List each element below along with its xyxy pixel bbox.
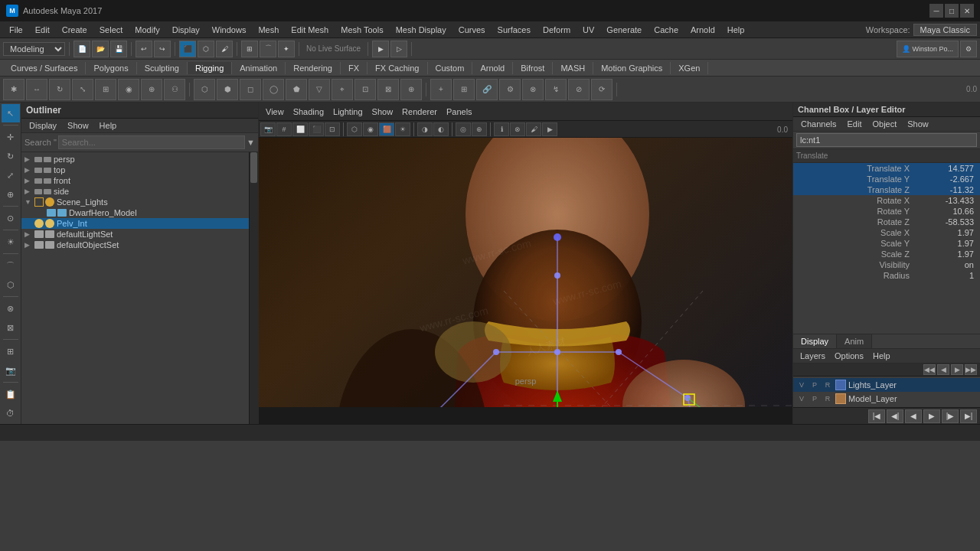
vi-smooth-shade-btn[interactable]: ◉	[363, 122, 378, 136]
outliner-menu-show[interactable]: Show	[63, 120, 93, 131]
vp-view-menu[interactable]: View	[262, 106, 288, 117]
workspace-dropdown[interactable]: Maya Classic	[913, 24, 977, 36]
vt-timeline-btn[interactable]: ⏱	[2, 404, 20, 422]
vt-curve-btn[interactable]: ⌒	[2, 256, 20, 275]
vi-wireframe-btn[interactable]: ⬡	[347, 122, 362, 136]
tree-item-dwarf-hero[interactable]: DwarfHero_Model	[21, 207, 249, 218]
vt-move-btn[interactable]: ✛	[2, 128, 20, 146]
vi-resolution-btn[interactable]: ⊡	[325, 122, 340, 136]
shelf-icon-21[interactable]: 🔗	[476, 79, 498, 100]
shelf-icon-23[interactable]: ⊗	[522, 79, 544, 100]
menu-uv[interactable]: UV	[577, 24, 600, 36]
shelf-icon-3[interactable]: ↻	[49, 79, 70, 100]
menu-edit[interactable]: Edit	[29, 24, 56, 36]
layer-p-lights[interactable]: P	[809, 380, 820, 390]
vt-ik-btn[interactable]: ⊠	[2, 318, 20, 337]
tab-xgen[interactable]: XGen	[671, 62, 708, 74]
menu-mesh[interactable]: Mesh	[252, 24, 285, 36]
render-btn[interactable]: ▶	[372, 41, 389, 57]
shelf-icon-25[interactable]: ⊘	[568, 79, 590, 100]
tab-bifrost[interactable]: Bifrost	[513, 62, 553, 74]
vp-show-menu[interactable]: Show	[368, 106, 397, 117]
ch-menu-object[interactable]: Object	[867, 119, 901, 129]
vt-camera-btn[interactable]: 📷	[2, 361, 20, 380]
tab-motion-graphics[interactable]: Motion Graphics	[593, 62, 671, 74]
vt-show-manipulator-btn[interactable]: ☀	[2, 233, 20, 251]
vi-gate-mask-btn[interactable]: ⬛	[309, 122, 324, 136]
shelf-icon-7[interactable]: ⊕	[141, 79, 162, 100]
ipr-btn[interactable]: ▷	[390, 41, 407, 57]
tab-fx-caching[interactable]: FX Caching	[368, 62, 427, 74]
shelf-icon-24[interactable]: ↯	[545, 79, 567, 100]
layer-row-model[interactable]: V P R Model_Layer	[793, 392, 980, 406]
menu-surfaces[interactable]: Surfaces	[492, 24, 537, 36]
shelf-icon-9[interactable]: ⬡	[194, 79, 215, 100]
ch-menu-channels[interactable]: Channels	[796, 119, 841, 129]
vi-light-btn[interactable]: ☀	[395, 122, 410, 136]
tree-item-front[interactable]: ▶ front	[21, 175, 249, 186]
vi-film-gate-btn[interactable]: ⬜	[292, 122, 308, 136]
play-start-btn[interactable]: |◀	[868, 409, 885, 423]
layer-tab-anim[interactable]: Anim	[837, 334, 872, 348]
layer-row-lights[interactable]: V P R Lights_Layer	[793, 378, 980, 392]
tree-item-side[interactable]: ▶ side	[21, 186, 249, 197]
ch-row-scale-x[interactable]: Scale X 1.97	[793, 227, 980, 238]
shelf-icon-4[interactable]: ⤡	[72, 79, 93, 100]
vt-joint-btn[interactable]: ⊗	[2, 299, 20, 318]
lnav-first-btn[interactable]: ◀◀	[923, 364, 936, 375]
tab-arnold[interactable]: Arnold	[472, 62, 513, 74]
snap-curve-btn[interactable]: ⌒	[260, 41, 276, 57]
vt-render-settings-btn[interactable]: 📋	[2, 385, 20, 403]
tree-item-default-object-set[interactable]: ▶ defaultObjectSet	[21, 240, 249, 250]
lnav-last-btn[interactable]: ▶▶	[965, 364, 977, 375]
vi-x-ray-btn[interactable]: ⊕	[472, 122, 487, 136]
vi-paint-btn[interactable]: 🖌	[526, 122, 541, 136]
shelf-icon-5[interactable]: ⊞	[95, 79, 116, 100]
vi-texture-btn[interactable]: 🟫	[379, 122, 394, 136]
vp-shading-menu[interactable]: Shading	[289, 106, 328, 117]
tab-rendering[interactable]: Rendering	[286, 62, 341, 74]
shelf-icon-12[interactable]: ◯	[263, 79, 284, 100]
ch-menu-show[interactable]: Show	[903, 119, 933, 129]
shelf-icon-10[interactable]: ⬢	[217, 79, 238, 100]
ch-row-scale-z[interactable]: Scale Z 1.97	[793, 249, 980, 259]
snap-point-btn[interactable]: ✦	[278, 41, 295, 57]
tab-rigging[interactable]: Rigging	[188, 62, 232, 74]
vp-renderer-menu[interactable]: Renderer	[398, 106, 441, 117]
vi-shadow-btn[interactable]: ◑	[417, 122, 433, 136]
shelf-icon-22[interactable]: ⚙	[499, 79, 521, 100]
vi-hypershade-btn[interactable]: ⊗	[510, 122, 525, 136]
layer-tab-display[interactable]: Display	[793, 334, 837, 348]
menu-arnold[interactable]: Arnold	[684, 24, 721, 36]
menu-edit-mesh[interactable]: Edit Mesh	[285, 24, 335, 36]
layer-r-model[interactable]: R	[822, 393, 833, 404]
lm-options-menu[interactable]: Options	[831, 350, 867, 361]
redo-btn[interactable]: ↪	[154, 41, 171, 57]
menu-mesh-display[interactable]: Mesh Display	[390, 24, 452, 36]
play-prev-btn[interactable]: ◀|	[887, 409, 903, 423]
ch-row-rotate-x[interactable]: Rotate X -13.433	[793, 195, 980, 206]
vt-rotate-btn[interactable]: ↻	[2, 147, 20, 165]
lnav-next-btn[interactable]: ▶	[951, 364, 963, 375]
tab-mash[interactable]: MASH	[553, 62, 593, 74]
shelf-icon-2[interactable]: ↔	[26, 79, 47, 100]
toolbar-settings-btn[interactable]: ⚙	[960, 41, 977, 57]
vi-camera-btn[interactable]: 📷	[260, 122, 276, 136]
undo-btn[interactable]: ↩	[136, 41, 152, 57]
vt-select-btn[interactable]: ↖	[2, 104, 20, 122]
tree-item-pelv-int[interactable]: Pelv_Int	[21, 218, 249, 229]
menu-mesh-tools[interactable]: Mesh Tools	[335, 24, 389, 36]
maximize-button[interactable]: □	[945, 4, 959, 18]
layer-v-model[interactable]: V	[796, 393, 807, 404]
lasso-btn[interactable]: ⬡	[198, 41, 214, 57]
shelf-icon-13[interactable]: ⬟	[286, 79, 307, 100]
vt-surface-btn[interactable]: ⬡	[2, 276, 20, 294]
shelf-icon-14[interactable]: ▽	[309, 79, 330, 100]
tab-curves-surfaces[interactable]: Curves / Surfaces	[3, 62, 86, 74]
open-file-btn[interactable]: 📂	[92, 41, 109, 57]
vp-lighting-menu[interactable]: Lighting	[329, 106, 367, 117]
ch-row-rotate-y[interactable]: Rotate Y 10.66	[793, 206, 980, 217]
menu-select[interactable]: Select	[93, 24, 129, 36]
mode-dropdown[interactable]: Modeling Rigging Animation FX Rendering	[3, 42, 65, 56]
layer-r-lights[interactable]: R	[822, 380, 833, 390]
